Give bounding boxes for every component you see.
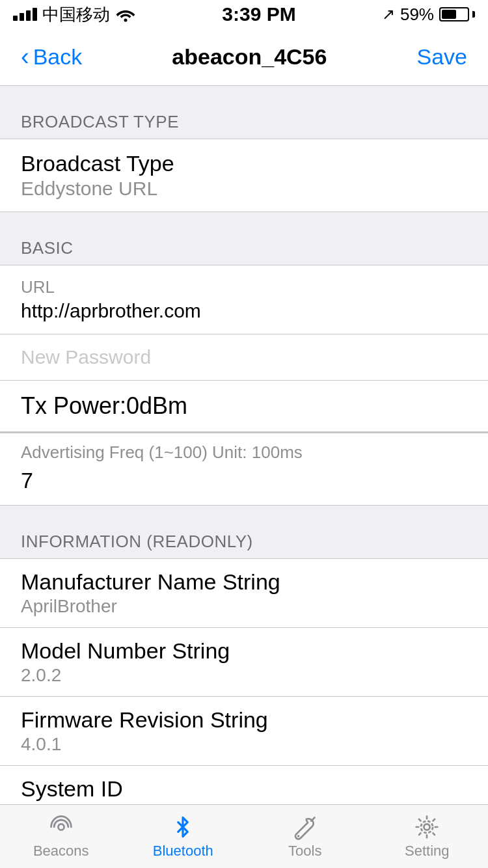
info-row-0: Manufacturer Name String AprilBrother <box>0 559 488 628</box>
info-title-3: System ID <box>21 776 467 802</box>
password-row[interactable]: New Password <box>0 334 488 381</box>
beacons-icon <box>48 814 74 840</box>
freq-value: 7 <box>0 465 488 505</box>
info-title-1: Model Number String <box>21 638 467 664</box>
svg-point-4 <box>421 821 433 832</box>
broadcast-type-row[interactable]: Broadcast Type Eddystone URL <box>0 139 488 211</box>
tab-bluetooth-label: Bluetooth <box>153 843 213 860</box>
svg-point-3 <box>424 824 430 830</box>
bluetooth-icon <box>170 814 196 840</box>
info-title-2: Firmware Revision String <box>21 707 467 733</box>
svg-point-1 <box>58 824 64 830</box>
page-title: abeacon_4C56 <box>172 44 327 70</box>
battery-indicator <box>439 7 475 21</box>
broadcast-type-subtitle: Eddystone URL <box>21 178 467 200</box>
svg-point-2 <box>297 835 299 837</box>
tab-tools[interactable]: Tools <box>244 814 366 860</box>
information-group: Manufacturer Name String AprilBrother Mo… <box>0 558 488 835</box>
info-value-2: 4.0.1 <box>21 734 467 755</box>
svg-point-0 <box>124 19 128 22</box>
info-title-0: Manufacturer Name String <box>21 569 467 595</box>
spacer-2 <box>0 212 488 225</box>
wifi-icon <box>115 7 136 22</box>
nav-bar: ‹ Back abeacon_4C56 Save <box>0 29 488 86</box>
spacer-1 <box>0 86 488 99</box>
info-value-0: AprilBrother <box>21 596 467 617</box>
tx-power-title: Tx Power:0dBm <box>21 392 467 420</box>
status-left: 中国移动 <box>13 3 136 26</box>
status-right: ↗ 59% <box>382 5 475 25</box>
signal-bars <box>13 8 37 21</box>
info-row-1: Model Number String 2.0.2 <box>0 628 488 697</box>
spacer-3 <box>0 506 488 519</box>
tab-tools-label: Tools <box>288 843 321 860</box>
back-label: Back <box>33 44 83 70</box>
tab-setting-label: Setting <box>405 843 450 860</box>
url-row[interactable]: URL http://aprbrother.com <box>0 265 488 334</box>
broadcast-type-header: BROADCAST TYPE <box>0 99 488 139</box>
battery-percent: 59% <box>400 5 434 25</box>
url-label: URL <box>21 277 467 297</box>
basic-header: BASIC <box>0 225 488 265</box>
status-time: 3:39 PM <box>222 3 295 25</box>
info-row-2: Firmware Revision String 4.0.1 <box>0 697 488 766</box>
carrier-label: 中国移动 <box>42 3 110 26</box>
tx-power-row[interactable]: Tx Power:0dBm <box>0 381 488 432</box>
status-bar: 中国移动 3:39 PM ↗ 59% <box>0 0 488 29</box>
broadcast-type-group: Broadcast Type Eddystone URL <box>0 139 488 212</box>
chevron-left-icon: ‹ <box>21 43 29 71</box>
tab-beacons[interactable]: Beacons <box>0 814 122 860</box>
info-value-1: 2.0.2 <box>21 665 467 686</box>
password-placeholder: New Password <box>21 346 467 368</box>
tools-icon <box>292 814 318 840</box>
save-button[interactable]: Save <box>416 44 467 70</box>
back-button[interactable]: ‹ Back <box>21 43 82 71</box>
freq-label: Advertising Freq (1~100) Unit: 100ms <box>0 433 488 465</box>
url-value: http://aprbrother.com <box>21 300 467 322</box>
broadcast-type-title: Broadcast Type <box>21 151 467 176</box>
location-icon: ↗ <box>382 5 395 23</box>
tab-bluetooth[interactable]: Bluetooth <box>122 814 245 860</box>
tab-beacons-label: Beacons <box>33 843 89 860</box>
information-header: INFORMATION (READONLY) <box>0 519 488 558</box>
tab-bar: Beacons Bluetooth Tools Setting <box>0 804 488 868</box>
basic-group: URL http://aprbrother.com New Password T… <box>0 265 488 433</box>
tab-setting[interactable]: Setting <box>366 814 489 860</box>
setting-icon <box>414 814 440 840</box>
freq-section: Advertising Freq (1~100) Unit: 100ms 7 <box>0 433 488 506</box>
